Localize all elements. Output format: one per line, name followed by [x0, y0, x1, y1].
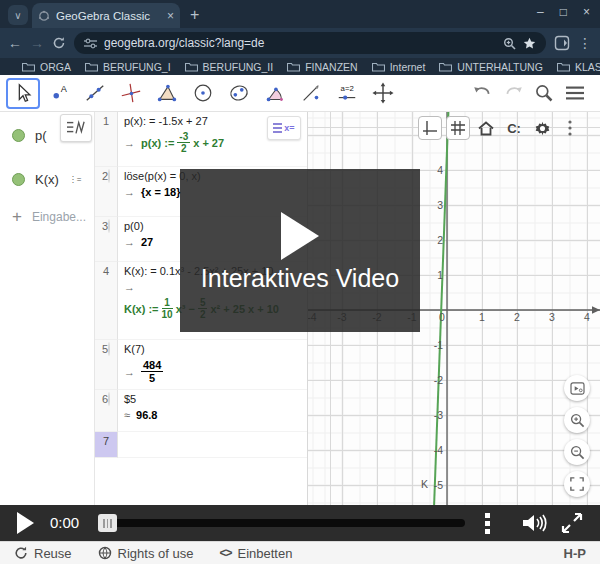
grid-toggle-button[interactable]	[446, 116, 470, 140]
conic-icon	[228, 82, 250, 104]
bookmark-star-icon[interactable]	[523, 37, 536, 50]
site-info-icon[interactable]	[84, 38, 97, 49]
bookmark-folder-orga[interactable]: ORGA	[22, 61, 71, 73]
tool-angle-button[interactable]	[258, 78, 292, 109]
tool-slider-button[interactable]: a=2	[330, 78, 364, 109]
embed-button[interactable]: <> Einbetten	[219, 546, 292, 561]
kebab-menu-icon	[568, 120, 572, 136]
forward-button[interactable]: →	[30, 36, 44, 50]
folder-icon	[85, 62, 98, 72]
rights-of-use-button[interactable]: Rights of use	[98, 546, 194, 561]
bookmarks-bar: ORGA BERUFUNG_I BERUFUNG_II FINANZEN Int…	[0, 58, 600, 75]
algebra-input-row[interactable]: + Eingabe...	[0, 200, 94, 234]
video-overlay[interactable]: Interaktives Video	[180, 169, 420, 332]
h5p-footer: Reuse Rights of use <> Einbetten H-P	[0, 541, 600, 564]
browser-menu-icon[interactable]: ⋮	[578, 36, 592, 50]
tool-transform-button[interactable]	[294, 78, 328, 109]
curve-label: K	[421, 478, 428, 490]
add-icon[interactable]: +	[12, 207, 22, 227]
tool-point-button[interactable]: A	[42, 78, 76, 109]
play-button[interactable]	[17, 512, 34, 534]
settings-button[interactable]	[530, 116, 554, 140]
url-text[interactable]: geogebra.org/classic?lang=de	[104, 36, 496, 50]
cas-input[interactable]: K(7)	[124, 343, 301, 355]
tab-close-icon[interactable]: ×	[167, 9, 174, 23]
bookmark-folder-berufung-ii[interactable]: BERUFUNG_II	[185, 61, 274, 73]
tool-perpendicular-button[interactable]	[114, 78, 148, 109]
hamburger-menu-icon[interactable]	[564, 84, 586, 102]
search-icon[interactable]	[534, 83, 554, 103]
bookmark-folder-berufung-i[interactable]: BERUFUNG_I	[85, 61, 171, 73]
browser-tab[interactable]: GeoGebra Classic ×	[32, 3, 180, 28]
omnibox[interactable]: geogebra.org/classic?lang=de	[74, 32, 546, 54]
titlebar: ∨ GeoGebra Classic × + – □ ×	[0, 0, 600, 28]
bookmark-folder-finanzen[interactable]: FINANZEN	[287, 61, 358, 73]
tool-move-graphics-button[interactable]	[366, 78, 400, 109]
graphics-menu-button[interactable]	[558, 116, 582, 140]
reload-button[interactable]	[52, 36, 66, 50]
new-tab-button[interactable]: +	[190, 6, 199, 24]
folder-icon	[22, 62, 35, 72]
bookmark-folder-unterhaltung[interactable]: UNTERHALTUNG	[439, 61, 543, 73]
fullscreen-button[interactable]	[564, 471, 590, 497]
tool-circle-button[interactable]	[186, 78, 220, 109]
video-fullscreen-button[interactable]	[560, 511, 584, 535]
seek-slider[interactable]	[101, 519, 465, 527]
algebra-item-K[interactable]: K(x) ⋮=	[0, 158, 94, 200]
point-capture-button[interactable]: C:	[502, 116, 526, 140]
minimize-button[interactable]: –	[537, 5, 544, 19]
cas-plot-toggle[interactable]	[108, 392, 110, 406]
input-help-button[interactable]	[60, 114, 92, 142]
reset-view-button[interactable]	[564, 375, 590, 401]
algebra-input[interactable]: Eingabe...	[32, 210, 86, 224]
tool-conic-button[interactable]	[222, 78, 256, 109]
zoom-page-icon[interactable]	[503, 37, 516, 50]
svg-text:-1: -1	[434, 339, 443, 351]
algebra-item-p[interactable]: p(	[0, 112, 94, 158]
magnet-icon: C:	[507, 121, 521, 136]
tool-polygon-button[interactable]	[150, 78, 184, 109]
bookmark-folder-klassenlehrer[interactable]: KLASSENLEHRER	[557, 61, 600, 73]
cas-row-5[interactable]: 5 K(7) → 4845	[95, 340, 307, 390]
axes-toggle-button[interactable]	[418, 116, 442, 140]
angle-icon	[264, 82, 286, 104]
cas-input[interactable]	[118, 432, 307, 458]
play-overlay-icon[interactable]	[281, 212, 319, 260]
redo-icon[interactable]	[503, 84, 524, 102]
svg-text:0: 0	[439, 311, 445, 323]
h5p-logo: H-P	[564, 546, 586, 561]
visibility-toggle[interactable]	[12, 129, 25, 142]
back-button[interactable]: ←	[8, 36, 22, 50]
close-button[interactable]: ×	[583, 5, 590, 19]
zoom-in-button[interactable]	[564, 407, 590, 433]
fullscreen-icon	[570, 477, 584, 491]
volume-button[interactable]	[520, 511, 548, 535]
zoom-out-icon	[570, 445, 585, 460]
home-button[interactable]	[474, 116, 498, 140]
cas-plot-toggle[interactable]	[108, 219, 110, 233]
cas-row-7[interactable]: 7	[95, 432, 307, 458]
side-panel-icon[interactable]	[554, 35, 570, 51]
reuse-button[interactable]: Reuse	[14, 546, 72, 561]
video-menu-button[interactable]	[485, 513, 490, 534]
visibility-toggle[interactable]	[12, 173, 25, 186]
cas-input[interactable]: $5	[124, 393, 301, 405]
cas-row-6[interactable]: 6 $5 ≈96.8	[95, 390, 307, 432]
cas-stylebar-button[interactable]: x=	[267, 116, 301, 140]
tab-search-button[interactable]: ∨	[8, 5, 28, 25]
tool-line-button[interactable]	[78, 78, 112, 109]
browser-window: ∨ GeoGebra Classic × + – □ × ← → geogebr…	[0, 0, 600, 564]
seek-handle[interactable]	[98, 514, 117, 532]
maximize-button[interactable]: □	[560, 5, 567, 19]
geogebra-favicon	[38, 10, 50, 22]
cas-plot-toggle[interactable]	[108, 169, 110, 183]
folder-icon	[287, 62, 300, 72]
svg-text:4: 4	[584, 311, 590, 323]
undo-icon[interactable]	[472, 84, 493, 102]
zoom-out-button[interactable]	[564, 439, 590, 465]
graphics-view-buttons	[564, 375, 590, 497]
tool-move-button[interactable]	[6, 78, 40, 109]
bookmark-folder-internet[interactable]: Internet	[372, 61, 426, 73]
svg-text:2: 2	[514, 311, 520, 323]
cas-plot-toggle[interactable]	[108, 342, 110, 356]
